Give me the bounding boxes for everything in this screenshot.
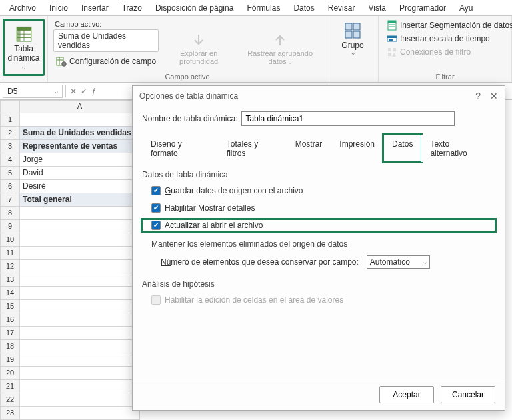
cell[interactable] xyxy=(20,273,140,287)
insert-slicer-button[interactable]: Insertar Segmentación de datos xyxy=(384,19,512,32)
confirm-icon[interactable]: ✓ xyxy=(81,87,87,96)
row-header[interactable]: 22 xyxy=(0,393,20,407)
row-header[interactable]: 15 xyxy=(0,300,20,313)
cell[interactable] xyxy=(20,207,140,220)
group-icon xyxy=(343,21,362,40)
svg-rect-21 xyxy=(388,48,391,51)
row-header[interactable]: 4 xyxy=(0,153,20,167)
cell[interactable] xyxy=(20,340,140,353)
cell[interactable]: Jorge xyxy=(20,153,140,167)
tab-datos[interactable]: Datos xyxy=(383,135,421,162)
tab-impresión[interactable]: Impresión xyxy=(331,135,383,162)
row-header[interactable]: 2 xyxy=(0,127,20,140)
row-header[interactable]: 23 xyxy=(0,407,20,420)
tab-mostrar[interactable]: Mostrar xyxy=(287,135,331,162)
cell[interactable]: Total general xyxy=(20,193,140,207)
filter-connections-icon xyxy=(387,47,397,57)
ribbon-group-label-filter: Filtrar xyxy=(435,71,454,81)
close-icon[interactable]: ✕ xyxy=(490,91,498,101)
retain-items-label: Mantener los elementos eliminados del or… xyxy=(142,239,495,249)
group-button[interactable]: Grupo ⌵ xyxy=(333,19,373,59)
row-header[interactable]: 5 xyxy=(0,167,20,180)
menu-programador[interactable]: Programador xyxy=(393,1,453,15)
cell[interactable] xyxy=(20,380,140,393)
svg-rect-22 xyxy=(393,48,396,51)
menu-disposición de página[interactable]: Disposición de página xyxy=(149,1,240,15)
tab-diseño-y-formato[interactable]: Diseño y formato xyxy=(142,135,218,162)
pivottable-options-dialog: Opciones de tabla dinámica ? ✕ Nombre de… xyxy=(132,85,505,411)
cell[interactable] xyxy=(20,367,140,380)
menu-vista[interactable]: Vista xyxy=(361,1,392,15)
menu-bar: ArchivoInicioInsertarTrazoDisposición de… xyxy=(0,0,512,16)
ok-button[interactable]: Aceptar xyxy=(379,386,434,403)
menu-revisar[interactable]: Revisar xyxy=(321,1,362,15)
row-header[interactable]: 13 xyxy=(0,273,20,287)
timeline-icon xyxy=(387,33,397,44)
tab-texto-alternativo[interactable]: Texto alternativo xyxy=(421,135,495,162)
menu-fórmulas[interactable]: Fórmulas xyxy=(240,1,287,15)
tab-totales-y-filtros[interactable]: Totales y filtros xyxy=(218,135,287,162)
checkbox-icon: ✔ xyxy=(151,203,161,213)
cell[interactable] xyxy=(20,113,140,127)
row-header[interactable]: 17 xyxy=(0,327,20,340)
cell[interactable] xyxy=(20,313,140,327)
fx-icon[interactable]: ƒ xyxy=(91,87,96,96)
chevron-down-icon: ⌵ xyxy=(55,88,58,95)
cell[interactable]: Representante de ventas xyxy=(20,140,140,153)
menu-inicio[interactable]: Inicio xyxy=(43,1,75,15)
menu-trazo[interactable]: Trazo xyxy=(115,1,149,15)
row-header[interactable]: 3 xyxy=(0,140,20,153)
field-settings-button[interactable]: Configuración de campo xyxy=(53,55,159,68)
row-header[interactable]: 12 xyxy=(0,260,20,273)
retain-count-combo[interactable]: Automático ⌵ xyxy=(367,255,430,269)
pivot-table-button[interactable]: Tabla dinámica ⌵ xyxy=(3,19,45,76)
cell[interactable] xyxy=(20,247,140,260)
section-pivot-data: Datos de tabla dinámica xyxy=(142,170,495,179)
checkbox-save-source-data[interactable]: ✔ Guardar datos de origen con el archivo xyxy=(142,185,495,197)
insert-timeline-button[interactable]: Insertar escala de tiempo xyxy=(384,32,493,45)
cell[interactable]: Suma de Unidades vendidas xyxy=(20,127,140,140)
row-header[interactable]: 20 xyxy=(0,367,20,380)
cell[interactable] xyxy=(20,260,140,273)
row-header[interactable]: 16 xyxy=(0,313,20,327)
active-field-box[interactable]: Suma de Unidades vendidas xyxy=(53,29,159,52)
cell[interactable] xyxy=(20,327,140,340)
help-icon[interactable]: ? xyxy=(475,91,481,101)
row-header[interactable]: 11 xyxy=(0,247,20,260)
cell[interactable]: David xyxy=(20,167,140,180)
name-box[interactable]: D5 ⌵ xyxy=(3,85,63,98)
select-all-corner[interactable] xyxy=(0,100,20,113)
menu-ayu[interactable]: Ayu xyxy=(453,1,479,15)
row-header[interactable]: 8 xyxy=(0,207,20,220)
column-header[interactable]: A xyxy=(20,100,140,113)
cell[interactable] xyxy=(20,353,140,367)
pivot-name-input[interactable] xyxy=(241,111,455,126)
cancel-icon[interactable]: ✕ xyxy=(70,87,77,96)
cell[interactable] xyxy=(20,393,140,407)
row-header[interactable]: 1 xyxy=(0,113,20,127)
cell[interactable] xyxy=(20,300,140,313)
cell[interactable] xyxy=(20,233,140,247)
cell[interactable] xyxy=(20,287,140,300)
checkbox-enable-whatif: ✔ Habilitar la edición de celdas en el á… xyxy=(142,294,495,306)
checkbox-enable-show-details[interactable]: ✔ Habiilitar Mostrar detalles xyxy=(142,202,495,214)
drill-up-icon xyxy=(272,32,288,48)
row-header[interactable]: 21 xyxy=(0,380,20,393)
menu-insertar[interactable]: Insertar xyxy=(75,1,115,15)
menu-datos[interactable]: Datos xyxy=(287,1,321,15)
cell[interactable] xyxy=(20,220,140,233)
cancel-button[interactable]: Cancelar xyxy=(441,386,495,403)
row-header[interactable]: 14 xyxy=(0,287,20,300)
cell[interactable]: Desiré xyxy=(20,180,140,193)
row-header[interactable]: 10 xyxy=(0,233,20,247)
row-header[interactable]: 7 xyxy=(0,193,20,207)
row-header[interactable]: 18 xyxy=(0,340,20,353)
row-header[interactable]: 19 xyxy=(0,353,20,367)
ribbon-group-label-active-field: Campo activo xyxy=(165,71,209,81)
cell[interactable] xyxy=(20,407,140,420)
row-header[interactable]: 9 xyxy=(0,220,20,233)
row-header[interactable]: 6 xyxy=(0,180,20,193)
dialog-titlebar[interactable]: Opciones de tabla dinámica ? ✕ xyxy=(133,86,505,106)
menu-archivo[interactable]: Archivo xyxy=(3,1,43,15)
checkbox-refresh-on-open[interactable]: ✔ Actualizar al abrir el archivo xyxy=(142,219,268,231)
